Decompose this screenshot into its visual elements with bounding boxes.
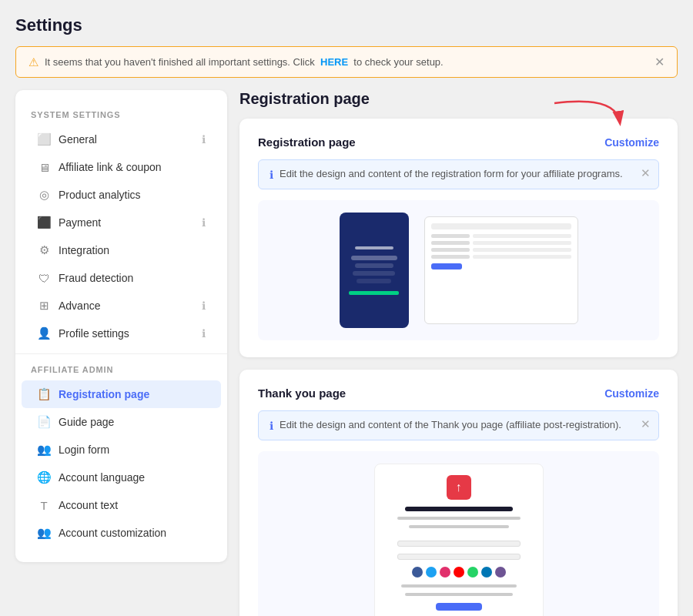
sidebar-item-product-analytics[interactable]: ◎ Product analytics (22, 181, 221, 209)
login-icon: 👥 (37, 443, 51, 457)
content-title: Registration page (239, 90, 678, 108)
profile-info-icon: ℹ (202, 327, 206, 340)
registration-card-header: Registration page Customize (258, 136, 659, 149)
general-info-icon: ℹ (202, 133, 206, 146)
alert-here-link[interactable]: HERE (320, 56, 348, 68)
advance-icon: ⊞ (37, 299, 51, 313)
thankyou-card-header: Thank you page Customize (258, 387, 659, 400)
sidebar-item-fraud-detection[interactable]: 🛡 Fraud detection (22, 264, 221, 292)
desktop-preview (424, 216, 578, 324)
sidebar: SYSTEM SETTINGS ⬜ General ℹ 🖥 Affiliate … (15, 90, 227, 562)
sidebar-item-advance[interactable]: ⊞ Advance ℹ (22, 292, 221, 320)
thankyou-card-title: Thank you page (258, 387, 346, 400)
thankyou-preview: ↑ (258, 451, 659, 616)
registration-info-icon: ℹ (270, 169, 273, 181)
general-icon: ⬜ (37, 132, 51, 146)
registration-info-close[interactable]: ✕ (641, 166, 651, 180)
alert-left: ⚠ It seems that you haven't finished all… (28, 55, 444, 69)
customization-icon: 👥 (37, 526, 51, 540)
affiliate-link-icon: 🖥 (37, 160, 51, 174)
registration-customize-button[interactable]: Customize (604, 136, 659, 149)
ty-logo: ↑ (447, 475, 471, 500)
page-title: Settings (15, 15, 678, 35)
page-wrapper: Settings ⚠ It seems that you haven't fin… (15, 15, 678, 616)
registration-card-title: Registration page (258, 136, 356, 149)
thankyou-customize-button[interactable]: Customize (604, 387, 659, 400)
sidebar-item-account-language[interactable]: 🌐 Account language (22, 464, 221, 491)
system-settings-section-title: SYSTEM SETTINGS (15, 105, 227, 126)
language-icon: 🌐 (37, 470, 51, 484)
fraud-icon: 🛡 (37, 271, 51, 285)
mobile-preview (340, 213, 409, 328)
registration-info-box: ℹ Edit the design and content of the reg… (258, 159, 659, 189)
affiliate-admin-section-title: AFFILIATE ADMIN (15, 360, 227, 380)
sidebar-item-account-text[interactable]: T Account text (22, 491, 221, 519)
profile-icon: 👤 (37, 326, 51, 340)
main-layout: SYSTEM SETTINGS ⬜ General ℹ 🖥 Affiliate … (15, 90, 678, 616)
advance-info-icon: ℹ (202, 300, 206, 312)
alert-close-button[interactable]: ✕ (654, 55, 665, 69)
registration-page-card: Registration page Customize ℹ Edit the d… (239, 119, 678, 357)
sidebar-item-registration-page[interactable]: 📋 Registration page (22, 380, 221, 408)
sidebar-item-affiliate-link[interactable]: 🖥 Affiliate link & coupon (22, 153, 221, 181)
alert-message: It seems that you haven't finished all i… (45, 56, 444, 68)
thankyou-mock-card: ↑ (374, 464, 544, 616)
thankyou-info-close[interactable]: ✕ (641, 417, 651, 431)
thankyou-info-box: ℹ Edit the design and content of the Tha… (258, 410, 659, 440)
text-icon: T (37, 498, 51, 512)
registration-preview (258, 200, 659, 340)
main-content: Registration page Registration page Cust… (239, 90, 678, 616)
alert-banner: ⚠ It seems that you haven't finished all… (15, 46, 678, 78)
sidebar-item-account-customization[interactable]: 👥 Account customization (22, 519, 221, 547)
thankyou-page-card: Thank you page Customize ℹ Edit the desi… (239, 370, 678, 616)
sidebar-divider (15, 353, 227, 354)
payment-icon: ⬛ (37, 216, 51, 229)
registration-icon: 📋 (37, 387, 51, 401)
sidebar-item-payment[interactable]: ⬛ Payment ℹ (22, 209, 221, 236)
product-analytics-icon: ◎ (37, 188, 51, 202)
ty-social-row (412, 567, 506, 578)
sidebar-item-login-form[interactable]: 👥 Login form (22, 436, 221, 464)
sidebar-item-integration[interactable]: ⚙ Integration (22, 236, 221, 264)
sidebar-item-profile-settings[interactable]: 👤 Profile settings ℹ (22, 320, 221, 347)
alert-icon: ⚠ (28, 55, 38, 69)
integration-icon: ⚙ (37, 243, 51, 257)
sidebar-item-general[interactable]: ⬜ General ℹ (22, 126, 221, 153)
thankyou-info-icon: ℹ (270, 420, 273, 432)
sidebar-item-guide-page[interactable]: 📄 Guide page (22, 408, 221, 436)
guide-icon: 📄 (37, 415, 51, 429)
payment-info-icon: ℹ (202, 216, 206, 229)
